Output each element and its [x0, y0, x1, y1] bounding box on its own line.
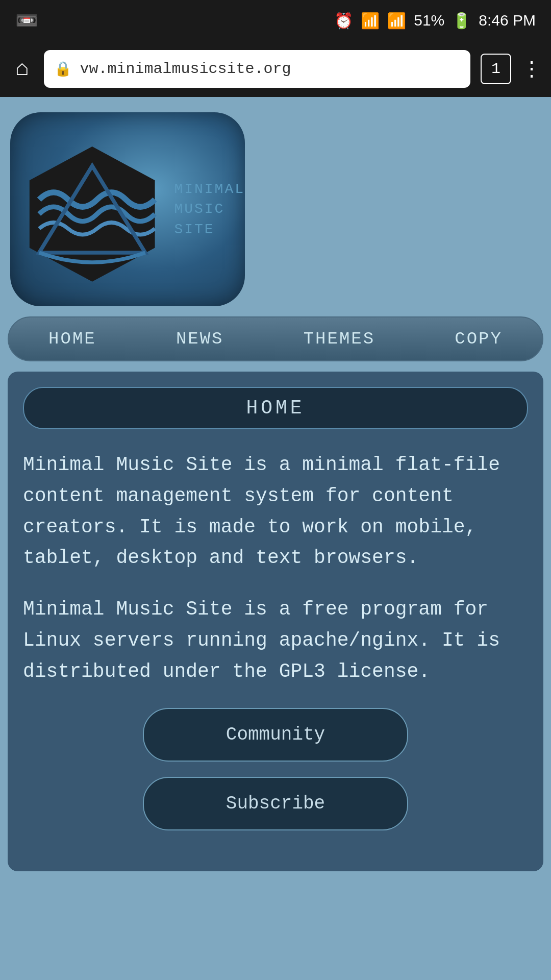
- page-content: MINIMAL MUSIC SITE HOME NEWS THEMES COPY…: [0, 97, 551, 871]
- menu-button[interactable]: ⋮: [521, 57, 541, 82]
- signal-icon: 📶: [387, 12, 406, 30]
- wifi-icon: 📶: [361, 12, 380, 30]
- site-name: MINIMAL MUSIC SITE: [174, 179, 245, 239]
- alarm-icon: ⏰: [334, 12, 353, 30]
- content-card: HOME Minimal Music Site is a minimal fla…: [8, 372, 543, 871]
- status-bar: 📼 ⏰ 📶 📶 51% 🔋 8:46 PM: [0, 0, 551, 41]
- section-title: HOME: [246, 397, 305, 419]
- logo-svg: [10, 133, 174, 286]
- status-left: 📼: [15, 10, 38, 31]
- logo-container: MINIMAL MUSIC SITE: [10, 112, 245, 306]
- subscribe-button[interactable]: Subscribe: [143, 777, 408, 830]
- browser-home-button[interactable]: ⌂: [10, 51, 34, 87]
- nav-home[interactable]: HOME: [38, 324, 107, 354]
- url-text: vw.minimalmusicsite.org: [80, 60, 291, 78]
- tab-button[interactable]: 1: [481, 54, 511, 84]
- community-button[interactable]: Community: [143, 708, 408, 762]
- paragraph-1: Minimal Music Site is a minimal flat-fil…: [23, 450, 528, 574]
- battery-icon: 🔋: [452, 12, 471, 30]
- browser-bar: ⌂ 🔒 vw.minimalmusicsite.org 1 ⋮: [0, 41, 551, 97]
- nav-news[interactable]: NEWS: [166, 324, 234, 354]
- nav-copy[interactable]: COPY: [444, 324, 513, 354]
- cassette-icon: 📼: [15, 10, 38, 31]
- tab-count: 1: [491, 60, 500, 78]
- lock-icon: 🔒: [54, 60, 72, 78]
- status-right: ⏰ 📶 📶 51% 🔋 8:46 PM: [334, 12, 536, 30]
- logo-area: MINIMAL MUSIC SITE: [0, 97, 551, 316]
- battery-percent: 51%: [414, 12, 444, 29]
- time: 8:46 PM: [479, 12, 536, 29]
- section-title-bar: HOME: [23, 387, 528, 429]
- nav-themes[interactable]: THEMES: [293, 324, 385, 354]
- paragraph-2: Minimal Music Site is a free program for…: [23, 594, 528, 687]
- url-bar[interactable]: 🔒 vw.minimalmusicsite.org: [44, 50, 470, 88]
- nav-bar: HOME NEWS THEMES COPY: [8, 316, 543, 361]
